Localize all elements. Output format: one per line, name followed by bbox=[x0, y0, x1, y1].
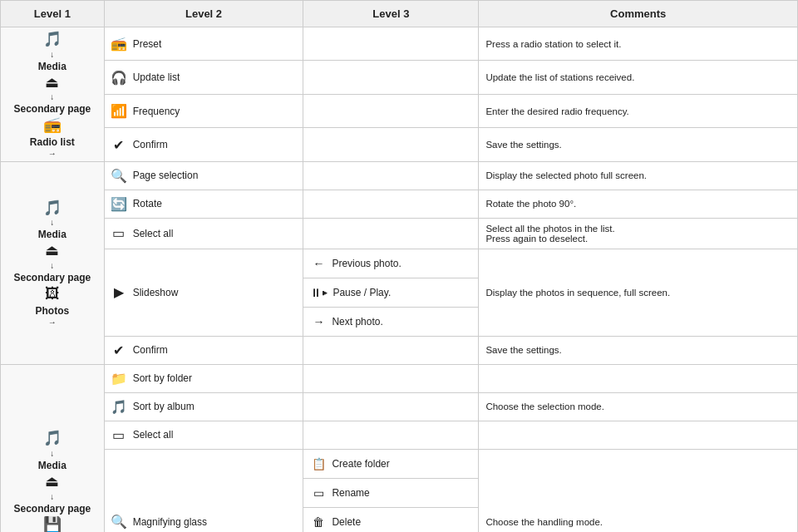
level1-icon-0: 🎵 bbox=[43, 430, 62, 448]
table-row: ✔ConfirmSave the settings. bbox=[1, 336, 798, 364]
level2-cell-0-1: 🎧Update list bbox=[104, 61, 303, 94]
level1-label-2: Photos bbox=[35, 305, 69, 317]
arrow-down-icon: ↓ bbox=[50, 93, 54, 101]
level3-cell-1-1-0 bbox=[303, 190, 479, 218]
level1-label-0: Media bbox=[38, 61, 66, 72]
level3-cell-1-3-1: ⏸▶Pause / Play. bbox=[303, 278, 479, 307]
level2-cell-2-1: 🎵Sort by album bbox=[104, 392, 303, 421]
level3-cell-0-2-0 bbox=[303, 94, 479, 127]
level2-icon: 🔄 bbox=[110, 196, 128, 212]
level3-cell-1-3-0: ←Previous photo. bbox=[303, 249, 479, 278]
level2-icon: ▭ bbox=[110, 225, 128, 241]
level1-label-0: Media bbox=[38, 229, 66, 240]
level1-icon-1: ⏏ bbox=[45, 473, 59, 491]
level2-icon: ▶ bbox=[110, 284, 128, 300]
level2-label: Rotate bbox=[133, 198, 162, 209]
level1-cell-radio: 🎵↓Media⏏↓Secondary page📻Radio list→ bbox=[1, 27, 105, 162]
level2-label: Select all bbox=[133, 429, 174, 441]
level2-icon: ▭ bbox=[110, 427, 128, 443]
table-row: ▶Slideshow←Previous photo.Display the ph… bbox=[1, 249, 798, 278]
comment-cell-1-1: Rotate the photo 90°. bbox=[479, 190, 798, 218]
level2-label: Confirm bbox=[133, 344, 168, 356]
level2-label: Select all bbox=[133, 228, 174, 239]
table-row: 🎧Update listUpdate the list of stations … bbox=[1, 61, 798, 94]
level1-label-1: Secondary page bbox=[13, 103, 91, 115]
level2-icon: 🔍 bbox=[110, 514, 128, 530]
level2-cell-1-1: 🔄Rotate bbox=[104, 190, 303, 218]
level3-cell-2-2-0 bbox=[303, 421, 479, 449]
level2-cell-1-0: 🔍Page selection bbox=[104, 161, 303, 190]
table-row: 🎵↓Media⏏↓Secondary page💾Manage Jukebox→📁… bbox=[1, 364, 798, 392]
level3-icon: 📋 bbox=[310, 457, 327, 470]
level1-icon-1: ⏏ bbox=[45, 74, 59, 92]
level2-cell-0-0: 📻Preset bbox=[104, 27, 303, 61]
main-table: Level 1 Level 2 Level 3 Comments 🎵↓Media… bbox=[0, 0, 798, 532]
level2-icon: ✔ bbox=[110, 342, 128, 358]
level1-cell-jukebox: 🎵↓Media⏏↓Secondary page💾Manage Jukebox→ bbox=[1, 364, 105, 532]
arrow-down-icon: ↓ bbox=[50, 219, 54, 227]
table-row: 🎵↓Media⏏↓Secondary page📻Radio list→📻Pres… bbox=[1, 27, 798, 61]
comment-cell-2-2 bbox=[479, 421, 798, 449]
level3-cell-1-2-0 bbox=[303, 218, 479, 249]
level3-icon: ▭ bbox=[310, 486, 327, 500]
level3-label: Rename bbox=[332, 487, 369, 499]
level2-cell-1-3: ▶Slideshow bbox=[104, 249, 303, 336]
table-row: 🎵Sort by albumChoose the selection mode. bbox=[1, 392, 798, 421]
level3-cell-2-3-1: ▭Rename bbox=[303, 478, 479, 507]
table-row: ▭Select all bbox=[1, 421, 798, 449]
level2-icon: 🎧 bbox=[110, 70, 128, 86]
level2-icon: 📻 bbox=[110, 36, 128, 52]
level2-label: Slideshow bbox=[133, 287, 179, 298]
level2-cell-0-3: ✔Confirm bbox=[104, 128, 303, 161]
level2-icon: 🎵 bbox=[110, 399, 128, 415]
level1-icon-2: 💾 bbox=[43, 516, 62, 532]
level3-cell-0-0-0 bbox=[303, 27, 479, 61]
header-level3: Level 3 bbox=[303, 1, 479, 27]
level2-label: Preset bbox=[133, 38, 162, 50]
level1-label-1: Secondary page bbox=[13, 503, 91, 515]
level3-icon: ← bbox=[310, 257, 327, 270]
arrow-right-icon: → bbox=[48, 318, 57, 327]
table-row: 🔍Magnifying glass📋Create folderChoose th… bbox=[1, 449, 798, 478]
level3-label: Next photo. bbox=[332, 316, 382, 328]
level3-cell-2-3-2: 🗑Delete bbox=[303, 507, 479, 532]
level2-label: Sort by album bbox=[133, 401, 195, 412]
comment-cell-2-1: Choose the selection mode. bbox=[479, 392, 798, 421]
level3-label: Previous photo. bbox=[332, 258, 401, 269]
level1-label-2: Radio list bbox=[30, 136, 75, 148]
level1-cell-photos: 🎵↓Media⏏↓Secondary page🖼Photos→ bbox=[1, 161, 105, 364]
table-row: 📶FrequencyEnter the desired radio freque… bbox=[1, 94, 798, 127]
arrow-down-icon: ↓ bbox=[50, 51, 54, 59]
arrow-down-icon: ↓ bbox=[50, 493, 54, 501]
level2-label: Magnifying glass bbox=[133, 516, 207, 528]
level1-icon-2: 🖼 bbox=[45, 285, 60, 303]
comment-cell-0-1: Update the list of stations received. bbox=[479, 61, 798, 94]
level3-cell-1-3-2: →Next photo. bbox=[303, 307, 479, 336]
level2-cell-1-2: ▭Select all bbox=[104, 218, 303, 249]
level1-label-1: Secondary page bbox=[13, 272, 91, 283]
arrow-right-icon: → bbox=[48, 150, 57, 158]
level2-icon: 📶 bbox=[110, 103, 128, 119]
comment-cell-2-0 bbox=[479, 364, 798, 392]
level2-label: Frequency bbox=[133, 106, 180, 117]
level1-icon-0: 🎵 bbox=[43, 200, 62, 218]
level2-label: Confirm bbox=[133, 139, 168, 150]
level3-cell-2-0-0 bbox=[303, 364, 479, 392]
comment-cell-1-3: Display the photos in sequence, full scr… bbox=[479, 249, 798, 336]
level3-label: Pause / Play. bbox=[332, 287, 391, 298]
level3-cell-1-0-0 bbox=[303, 161, 479, 190]
table-row: ✔ConfirmSave the settings. bbox=[1, 128, 798, 161]
level2-cell-2-0: 📁Sort by folder bbox=[104, 364, 303, 392]
comment-cell-1-4: Save the settings. bbox=[479, 336, 798, 364]
comment-cell-0-0: Press a radio station to select it. bbox=[479, 27, 798, 61]
level3-cell-1-4-0 bbox=[303, 336, 479, 364]
page: Level 1 Level 2 Level 3 Comments 🎵↓Media… bbox=[0, 0, 798, 532]
comment-cell-1-2: Select all the photos in the list. Press… bbox=[479, 218, 798, 249]
header-level1: Level 1 bbox=[1, 1, 105, 27]
level3-icon: 🗑 bbox=[310, 515, 327, 529]
level2-cell-1-4: ✔Confirm bbox=[104, 336, 303, 364]
level1-icon-1: ⏏ bbox=[45, 242, 59, 260]
level2-icon: 📁 bbox=[110, 371, 128, 387]
level3-cell-2-1-0 bbox=[303, 392, 479, 421]
level1-icon-0: 🎵 bbox=[43, 31, 62, 49]
